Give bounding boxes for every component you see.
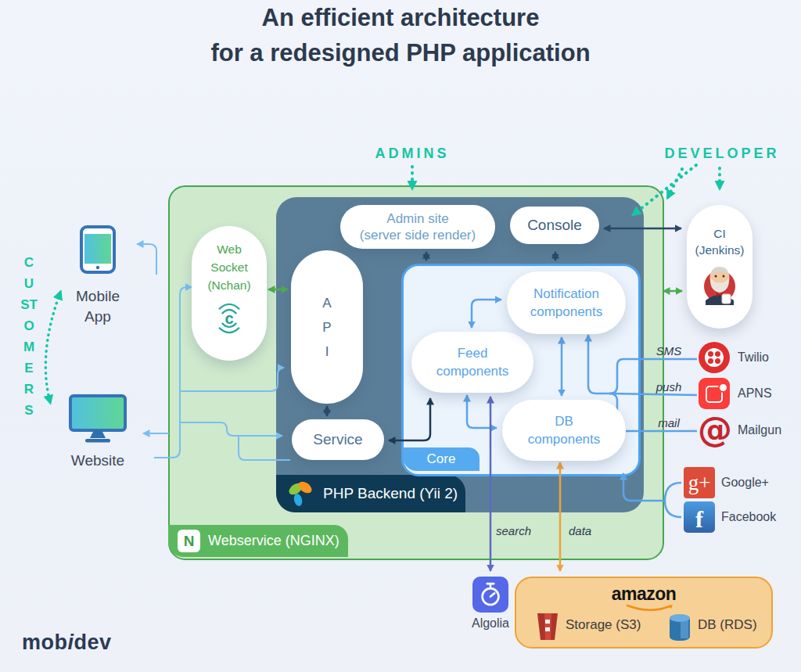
- admin-site-label-line1: Admin site: [360, 210, 476, 227]
- google-plus-icon-glyph: g+: [688, 471, 711, 495]
- search-channel-label: search: [496, 524, 531, 537]
- facebook-label: Facebook: [721, 510, 776, 524]
- notification-components-label: Notification components: [519, 285, 613, 321]
- nchan-icon-glyph: c: [224, 310, 233, 327]
- logo-part-2: i: [68, 631, 74, 654]
- console-label: Console: [527, 217, 582, 234]
- algolia-label: Algolia: [468, 616, 513, 631]
- website-monitor-icon: [69, 394, 127, 446]
- core-tab: Core: [403, 447, 480, 471]
- nginx-icon: N: [178, 530, 200, 552]
- nchan-icon: c: [213, 296, 246, 341]
- amazon-rds-label: DB (RDS): [698, 617, 757, 633]
- nginx-icon-glyph: N: [184, 533, 195, 550]
- feed-components-label: Feed components: [429, 344, 515, 380]
- apns-icon: [699, 378, 730, 409]
- feed-components-node: Feed components: [411, 332, 533, 393]
- web-socket-label: Web Socket (Nchan): [201, 240, 257, 294]
- api-label: API: [321, 291, 333, 364]
- facebook-icon: f: [684, 501, 715, 533]
- ci-jenkins-node: CI (Jenkins): [687, 205, 753, 329]
- twilio-label: Twilio: [738, 350, 769, 365]
- db-components-label: DB components: [521, 412, 607, 448]
- service-label: Service: [313, 431, 362, 448]
- algolia-icon: [472, 577, 508, 613]
- mail-channel-label: mail: [651, 416, 687, 429]
- web-socket-node: Web Socket (Nchan) c: [192, 226, 267, 361]
- admin-site-label-line2: (server side render): [360, 227, 476, 243]
- admins-label: ADMINS: [361, 146, 463, 162]
- title-line-1: An efficient architecture: [0, 0, 801, 35]
- mobile-phone-icon: [80, 225, 116, 274]
- mailgun-icon: @: [698, 412, 732, 447]
- php-backend-label: PHP Backend (Yii 2): [323, 485, 458, 502]
- twilio-icon: [699, 342, 730, 373]
- php-backend-tab: PHP Backend (Yii 2): [276, 475, 465, 512]
- console-node: Console: [510, 207, 599, 244]
- ci-jenkins-label: CI (Jenkins): [691, 225, 748, 258]
- logo-part-1: mob: [22, 631, 68, 654]
- title-line-2: for a redesigned PHP application: [0, 35, 801, 70]
- rds-database-icon: [666, 612, 693, 643]
- sms-channel-label: SMS: [651, 344, 687, 358]
- push-channel-label: push: [651, 380, 687, 393]
- webservice-label: Webservice (NGINX): [208, 533, 339, 549]
- mobidev-logo: mobidev: [22, 631, 112, 655]
- logo-part-3: dev: [74, 631, 112, 654]
- s3-bucket-icon: [533, 611, 562, 642]
- core-label: Core: [427, 451, 456, 467]
- amazon-s3-label: Storage (S3): [566, 617, 641, 633]
- page-title: An efficient architecture for a redesign…: [0, 0, 801, 70]
- google-plus-label: Google+: [721, 476, 769, 490]
- customers-label: CUSTOMERS: [20, 252, 38, 421]
- facebook-icon-glyph: f: [695, 506, 703, 533]
- amazon-brand: amazon: [516, 584, 771, 605]
- website-label: Website: [69, 452, 127, 469]
- google-plus-icon: g+: [684, 467, 715, 498]
- amazon-container: amazon Storage (S3) DB (RDS): [515, 577, 773, 649]
- yii-icon: [287, 479, 314, 508]
- admin-site-node: Admin site (server side render): [340, 205, 495, 249]
- data-channel-label: data: [569, 524, 591, 537]
- webservice-tab: N Webservice (NGINX): [168, 525, 348, 557]
- api-node: API: [291, 250, 363, 404]
- developer-label: DEVELOPER: [656, 146, 788, 162]
- mobile-app-label: Mobile App: [69, 286, 127, 327]
- mailgun-label: Mailgun: [738, 423, 781, 437]
- architecture-diagram: An efficient architecture for a redesign…: [0, 0, 801, 672]
- jenkins-mascot-icon: [701, 261, 738, 305]
- mailgun-icon-glyph: @: [698, 412, 732, 447]
- db-components-node: DB components: [502, 400, 626, 461]
- apns-label: APNS: [738, 386, 772, 401]
- notification-components-node: Notification components: [507, 271, 626, 334]
- service-node: Service: [292, 419, 384, 460]
